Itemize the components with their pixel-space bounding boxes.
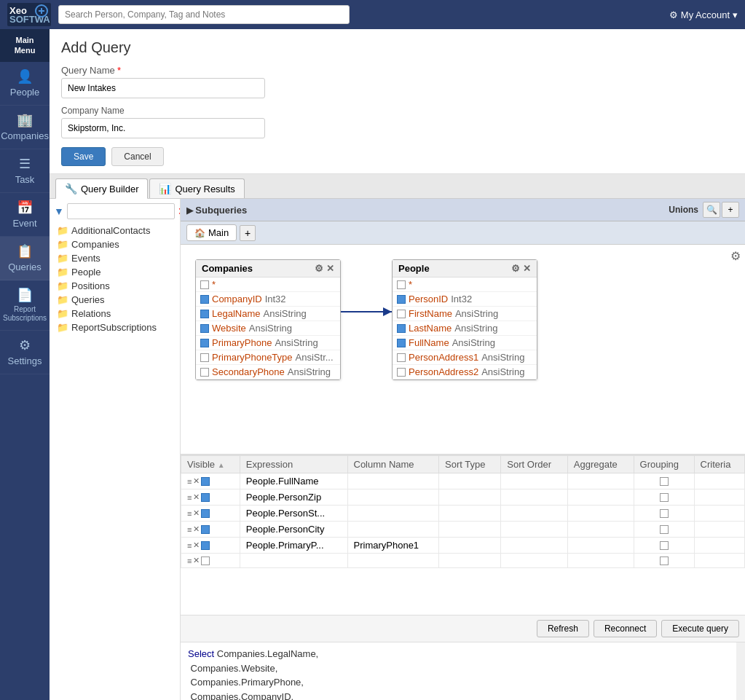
drag-handle[interactable]: ≡ bbox=[187, 509, 192, 518]
grouping-checkbox[interactable] bbox=[660, 541, 669, 550]
drag-handle[interactable]: ≡ bbox=[187, 541, 192, 550]
footer-buttons: Refresh Reconnect Execute query bbox=[181, 615, 745, 642]
companies-website-check[interactable] bbox=[200, 324, 209, 333]
people-lastname-check[interactable] bbox=[397, 324, 406, 333]
people-star-check[interactable] bbox=[397, 280, 406, 289]
subqueries-label: ▶ Subqueries bbox=[186, 205, 247, 216]
execute-query-btn[interactable]: Execute query bbox=[661, 620, 739, 637]
main-content: Add Query Query Name * Company Name Save… bbox=[50, 29, 745, 700]
add-subquery-btn[interactable]: + bbox=[240, 225, 256, 241]
companies-legalname-check[interactable] bbox=[200, 310, 209, 318]
tree-item-people[interactable]: 📁 People bbox=[54, 265, 176, 279]
drag-handle[interactable]: ≡ bbox=[187, 557, 192, 565]
tree-item-events[interactable]: 📁 Events bbox=[54, 251, 176, 265]
drag-handle[interactable]: ≡ bbox=[187, 525, 192, 534]
search-union-btn[interactable]: 🔍 bbox=[703, 202, 720, 218]
people-fullname-check[interactable] bbox=[397, 339, 406, 347]
cancel-button[interactable]: Cancel bbox=[111, 147, 163, 166]
sidebar-item-task[interactable]: ☰ Task bbox=[0, 149, 50, 193]
expression-cell[interactable]: People.FullName bbox=[240, 473, 347, 489]
companies-primaryphonetype-check[interactable] bbox=[200, 353, 209, 362]
event-icon: 📅 bbox=[16, 200, 33, 215]
grouping-checkbox[interactable] bbox=[660, 493, 669, 502]
tab-query-results[interactable]: 📊 Query Results bbox=[149, 178, 244, 198]
delete-row-btn[interactable]: ✕ bbox=[193, 540, 200, 550]
delete-row-btn[interactable]: ✕ bbox=[193, 476, 200, 486]
sidebar-item-report-subscriptions[interactable]: 📄 ReportSubscriptions bbox=[0, 280, 50, 331]
account-button[interactable]: ⚙ My Account ▾ bbox=[669, 9, 738, 20]
companies-companyid-check[interactable] bbox=[200, 295, 209, 304]
companies-star-check[interactable] bbox=[200, 280, 209, 289]
col-aggregate: Aggregate bbox=[567, 456, 634, 473]
diagram-settings-icon[interactable]: ⚙ bbox=[730, 249, 741, 263]
expression-cell[interactable]: People.PersonSt... bbox=[240, 506, 347, 522]
search-input[interactable] bbox=[58, 5, 350, 24]
sidebar-item-companies[interactable]: 🏢 Companies bbox=[0, 106, 50, 149]
delete-row-btn[interactable]: ✕ bbox=[193, 556, 200, 565]
row-visible-checkbox[interactable] bbox=[201, 541, 210, 550]
sidebar-item-event[interactable]: 📅 Event bbox=[0, 193, 50, 237]
grouping-checkbox[interactable] bbox=[660, 557, 669, 565]
companies-settings-btn[interactable]: ⚙ bbox=[315, 263, 323, 274]
company-name-input[interactable] bbox=[61, 118, 265, 138]
expression-cell[interactable]: People.PersonCity bbox=[240, 522, 347, 538]
tree-item-queries[interactable]: 📁 Queries bbox=[54, 293, 176, 307]
delete-row-btn[interactable]: ✕ bbox=[193, 492, 200, 502]
row-visible-checkbox[interactable] bbox=[201, 557, 210, 565]
action-buttons: Save Cancel bbox=[61, 147, 733, 166]
people-address1-check[interactable] bbox=[397, 353, 406, 362]
people-address2-check[interactable] bbox=[397, 368, 406, 377]
main-subquery-tab[interactable]: 🏠 Main bbox=[186, 224, 237, 241]
people-settings-btn[interactable]: ⚙ bbox=[511, 263, 520, 274]
task-icon: ☰ bbox=[16, 157, 33, 171]
people-personid-check[interactable] bbox=[397, 295, 406, 304]
grid-row: ≡ ✕ People.PrimaryP... PrimaryPhone1 bbox=[181, 538, 745, 554]
expression-cell[interactable]: People.PrimaryP... bbox=[240, 538, 347, 554]
sort-order-cell[interactable] bbox=[501, 473, 568, 489]
people-close-btn[interactable]: ✕ bbox=[523, 263, 531, 274]
sort-type-cell[interactable] bbox=[439, 473, 501, 489]
people-firstname-check[interactable] bbox=[397, 310, 406, 318]
chevron-down-icon: ▾ bbox=[733, 9, 738, 20]
delete-row-btn[interactable]: ✕ bbox=[193, 508, 200, 518]
criteria-cell[interactable] bbox=[694, 473, 744, 489]
reconnect-btn[interactable]: Reconnect bbox=[594, 620, 657, 637]
query-name-input[interactable] bbox=[61, 78, 265, 98]
grouping-cell[interactable] bbox=[634, 473, 694, 489]
delete-row-btn[interactable]: ✕ bbox=[193, 524, 200, 534]
add-union-btn[interactable]: + bbox=[722, 202, 739, 218]
sql-scrollbar[interactable] bbox=[736, 642, 745, 700]
people-table-box: People ⚙ ✕ * bbox=[392, 259, 537, 380]
grouping-checkbox[interactable] bbox=[660, 509, 669, 518]
grouping-checkbox[interactable] bbox=[660, 525, 669, 534]
row-visible-checkbox[interactable] bbox=[201, 493, 210, 502]
tree-item-companies[interactable]: 📁 Companies bbox=[54, 237, 176, 251]
tree-item-report-subscriptions[interactable]: 📁 ReportSubscriptions bbox=[54, 320, 176, 334]
companies-primaryphone-check[interactable] bbox=[200, 339, 209, 347]
aggregate-cell[interactable] bbox=[567, 473, 634, 489]
sidebar-item-people[interactable]: 👤 People bbox=[0, 62, 50, 106]
sidebar-item-queries[interactable]: 📋 Queries bbox=[0, 237, 50, 280]
tree-item-relations[interactable]: 📁 Relations bbox=[54, 307, 176, 320]
field-filter-input[interactable] bbox=[67, 203, 175, 219]
drag-handle[interactable]: ≡ bbox=[187, 477, 192, 486]
expression-cell[interactable]: People.PersonZip bbox=[240, 489, 347, 506]
refresh-btn[interactable]: Refresh bbox=[537, 620, 589, 637]
row-visible-checkbox[interactable] bbox=[201, 477, 210, 486]
tree-item-positions[interactable]: 📁 Positions bbox=[54, 279, 176, 293]
column-name-cell[interactable] bbox=[347, 473, 439, 489]
people-field-star: * bbox=[393, 278, 537, 292]
tree-item-additional-contacts[interactable]: 📁 AdditionalContacts bbox=[54, 224, 176, 237]
save-button[interactable]: Save bbox=[61, 147, 106, 166]
people-field-personaddress2: PersonAddress2 AnsiString bbox=[393, 365, 537, 380]
row-visible-checkbox[interactable] bbox=[201, 509, 210, 518]
tab-query-builder[interactable]: 🔧 Query Builder bbox=[55, 178, 148, 199]
grouping-checkbox[interactable] bbox=[660, 477, 669, 486]
companies-close-btn[interactable]: ✕ bbox=[326, 263, 334, 274]
column-name-cell[interactable]: PrimaryPhone1 bbox=[347, 538, 439, 554]
row-visible-checkbox[interactable] bbox=[201, 525, 210, 534]
drag-handle[interactable]: ≡ bbox=[187, 493, 192, 502]
folder-icon: 📁 bbox=[57, 280, 68, 291]
companies-secondaryphone-check[interactable] bbox=[200, 368, 209, 377]
sidebar-item-settings[interactable]: ⚙ Settings bbox=[0, 331, 50, 374]
